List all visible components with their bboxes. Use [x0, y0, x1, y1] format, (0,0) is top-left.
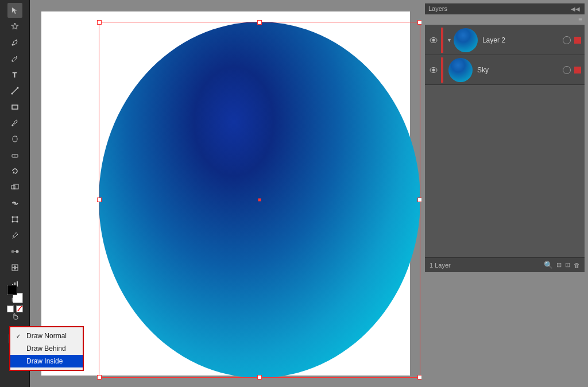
layer2-expand-arrow[interactable]: ▼ — [447, 37, 452, 43]
draw-normal-check: ✓ — [16, 333, 23, 339]
add-layer-icon[interactable]: ⊞ — [556, 261, 562, 269]
svg-point-5 — [11, 125, 13, 126]
sky-name: Sky — [477, 66, 563, 74]
layer2-square-btn[interactable] — [574, 37, 581, 44]
layer-row-layer2[interactable]: ▼ Layer 2 — [425, 25, 585, 55]
handle-top-left[interactable] — [97, 20, 102, 25]
color-swatches[interactable] — [5, 285, 25, 303]
svg-rect-4 — [12, 105, 18, 109]
footer-icons: 🔍 ⊞ ⊡ 🗑 — [544, 261, 580, 269]
layer2-circle-btn[interactable] — [563, 36, 571, 44]
blend-tool[interactable] — [7, 244, 22, 259]
svg-rect-8 — [11, 185, 15, 189]
sky-controls — [563, 66, 581, 74]
color-swatches-area — [0, 285, 29, 312]
draw-inside-option[interactable]: Draw Inside — [10, 355, 83, 367]
type-tool[interactable]: T — [7, 67, 22, 82]
svg-point-33 — [432, 38, 435, 41]
svg-point-3 — [17, 87, 18, 89]
delete-layer-icon[interactable]: 🗑 — [574, 262, 580, 269]
foreground-color-swatch[interactable] — [7, 285, 17, 295]
right-panel: Layers ◀◀ ≡ — [421, 0, 588, 387]
sky-color-indicator — [441, 57, 443, 83]
canvas-area — [30, 0, 421, 387]
svg-rect-11 — [13, 217, 17, 222]
panel-options-bar: ≡ — [425, 14, 585, 25]
warp-tool[interactable] — [7, 196, 22, 211]
layer2-name: Layer 2 — [482, 36, 563, 44]
selection-container — [99, 22, 420, 378]
layer2-visibility-toggle[interactable] — [428, 35, 439, 45]
handle-bottom-left[interactable] — [97, 375, 102, 380]
selection-tool[interactable] — [7, 3, 22, 18]
handle-bottom-right[interactable] — [417, 375, 421, 380]
svg-point-17 — [16, 250, 18, 253]
draw-behind-label: Draw Behind — [26, 345, 66, 353]
blob-brush-tool[interactable] — [7, 131, 22, 146]
panel-menu-icon[interactable]: ≡ — [578, 16, 582, 24]
layer2-color-indicator — [441, 28, 443, 53]
scale-tool[interactable] — [7, 180, 22, 195]
svg-point-13 — [16, 216, 18, 218]
toolbar: T — [0, 0, 30, 387]
eyedropper-tool[interactable] — [7, 228, 22, 243]
layer-row-sky[interactable]: Sky — [425, 55, 585, 85]
sky-circle-btn[interactable] — [563, 66, 571, 74]
layer-count-label: 1 Layer — [430, 262, 451, 269]
svg-point-14 — [11, 221, 13, 223]
stroke-fill-toggle — [7, 305, 23, 312]
draw-mode-popup: ✓ Draw Normal Draw Behind Draw Inside — [9, 326, 84, 371]
sky-thumbnail — [448, 58, 473, 82]
panel-empty-area — [421, 272, 588, 387]
pencil-tool[interactable] — [7, 51, 22, 66]
panel-title-bar: Layers ◀◀ — [425, 3, 585, 14]
no-fill-icon[interactable] — [7, 305, 14, 312]
handle-top-right[interactable] — [417, 20, 421, 25]
line-tool[interactable] — [7, 83, 22, 98]
free-transform-tool[interactable] — [7, 212, 22, 227]
panel-title-controls: ◀◀ — [570, 6, 581, 12]
search-layers-icon[interactable]: 🔍 — [544, 261, 553, 269]
layer2-thumbnail — [454, 28, 478, 52]
svg-point-2 — [11, 93, 13, 95]
layers-list: ▼ Layer 2 — [425, 25, 585, 257]
app-container: T — [0, 0, 588, 387]
draw-normal-label: Draw Normal — [26, 332, 67, 340]
panel-footer: 1 Layer 🔍 ⊞ ⊡ 🗑 — [425, 257, 585, 272]
svg-point-0 — [11, 44, 13, 46]
draw-behind-option[interactable]: Draw Behind — [10, 342, 83, 355]
rectangle-tool[interactable] — [7, 99, 22, 114]
draw-inside-label: Draw Inside — [26, 357, 63, 365]
eraser-tool[interactable] — [7, 148, 22, 162]
pen-tool[interactable] — [7, 35, 22, 50]
svg-rect-9 — [14, 184, 18, 189]
svg-point-12 — [11, 216, 13, 218]
svg-point-15 — [16, 221, 18, 223]
draw-normal-option[interactable]: ✓ Draw Normal — [10, 330, 83, 342]
rotate-tool[interactable] — [7, 164, 22, 179]
canvas-background — [41, 11, 410, 376]
panel-collapse-btn[interactable]: ◀◀ — [570, 6, 581, 12]
mesh-tool[interactable] — [7, 260, 22, 275]
svg-point-16 — [11, 250, 14, 253]
star-tool[interactable] — [7, 19, 22, 34]
layers-panel-wrapper: Layers ◀◀ ≡ — [425, 3, 585, 272]
svg-line-1 — [12, 88, 18, 94]
sky-visibility-toggle[interactable] — [428, 65, 439, 75]
layer2-controls — [563, 36, 581, 44]
no-stroke-icon[interactable] — [16, 305, 23, 312]
panel-title: Layers — [428, 5, 447, 12]
paintbrush-tool[interactable] — [7, 115, 22, 130]
gradient-circle — [99, 22, 420, 378]
svg-point-35 — [432, 68, 435, 71]
sky-square-btn[interactable] — [574, 67, 581, 73]
layer-options-icon[interactable]: ⊡ — [565, 261, 570, 269]
